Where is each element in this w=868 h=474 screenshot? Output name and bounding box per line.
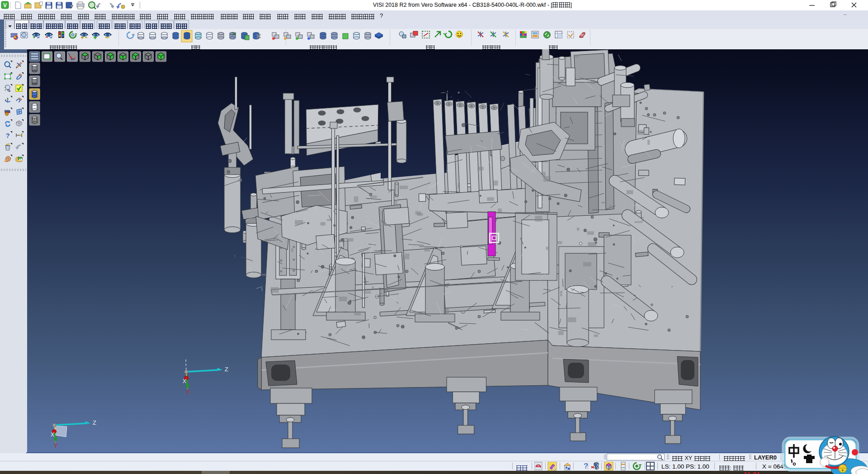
svg-text:X: X: [183, 378, 186, 384]
svg-text:X: X: [51, 431, 54, 438]
svg-text:?: ?: [5, 132, 9, 139]
svg-text:?: ?: [584, 462, 588, 470]
svg-text:Z: Z: [93, 419, 96, 426]
svg-text:V: V: [3, 2, 7, 9]
svg-text:Y: Y: [186, 389, 190, 396]
svg-text:Y: Y: [54, 442, 58, 449]
svg-text:Z: Z: [225, 366, 228, 373]
